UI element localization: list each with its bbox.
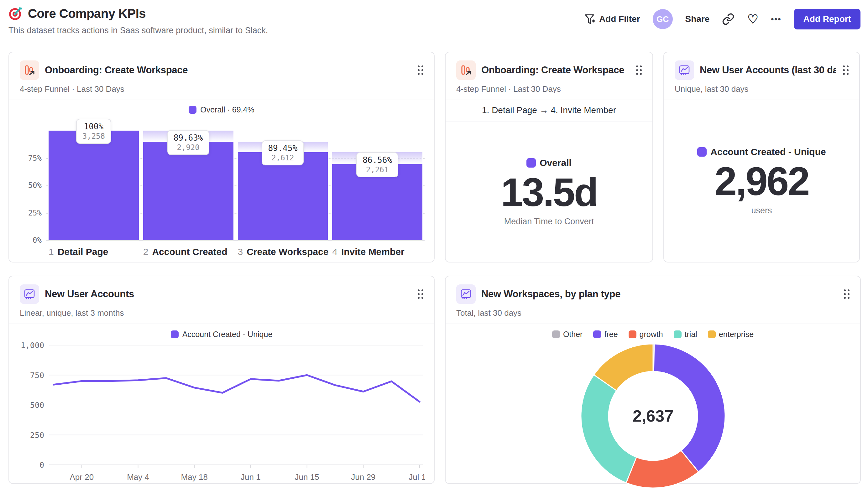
share-button[interactable]: Share xyxy=(685,14,710,24)
legend-swatch xyxy=(552,330,560,338)
y-axis-label: 75% xyxy=(20,154,42,163)
add-filter-label: Add Filter xyxy=(599,14,640,24)
metric-legend[interactable]: Overall xyxy=(526,158,571,168)
step-number: 1 xyxy=(49,247,54,257)
card-median-time: Onboarding: Create Workspace 4-step Funn… xyxy=(445,52,653,262)
funnel-bar-3[interactable] xyxy=(238,152,328,240)
funnel-value-badge-1: 100%3,258 xyxy=(76,119,111,144)
step-name: Invite Member xyxy=(341,247,405,257)
legend-label: Overall · 69.4% xyxy=(200,105,254,114)
filter-plus-icon xyxy=(584,13,595,25)
metric-value: 13.5d xyxy=(501,171,597,213)
step-name: Detail Page xyxy=(58,247,108,257)
legend-item-enterprise[interactable]: enterprise xyxy=(708,330,754,339)
copy-link-button[interactable] xyxy=(722,13,735,25)
metric-block: Account Created - Unique 2,962 users xyxy=(664,100,859,262)
legend-item-Other[interactable]: Other xyxy=(552,330,583,339)
funnel-step-labels: 1Detail Page2Account Created3Create Work… xyxy=(46,247,425,257)
funnel-bar-2[interactable] xyxy=(143,142,234,240)
legend-label: free xyxy=(604,330,618,339)
topbar: Core Company KPIs This dataset tracks ac… xyxy=(0,0,868,52)
x-axis-label: Jul 13 xyxy=(409,472,425,482)
heart-icon: ♡ xyxy=(747,13,758,25)
x-axis-label: Apr 20 xyxy=(70,472,94,482)
dashboard-target-icon xyxy=(8,6,23,21)
donut-slice-trial[interactable] xyxy=(581,375,637,483)
y-axis-label: 1,000 xyxy=(21,341,44,350)
metric-caption: users xyxy=(751,206,772,216)
legend-swatch xyxy=(629,330,637,338)
funnel-chart[interactable]: 0%25%50%75%100%3,25889.63%2,92089.45%2,6… xyxy=(20,116,425,241)
legend-label: Other xyxy=(563,330,583,339)
y-axis-label: 0% xyxy=(20,236,42,245)
donut-legend: Otherfreegrowthtrialenterprise xyxy=(445,330,860,339)
favorite-button[interactable]: ♡ xyxy=(747,13,758,25)
y-axis-label: 50% xyxy=(20,181,42,190)
step-name: Account Created xyxy=(152,247,227,257)
drag-handle-icon[interactable] xyxy=(416,288,425,300)
funnel-value-badge-4: 86.56%2,261 xyxy=(356,152,398,177)
legend-swatch xyxy=(171,330,179,338)
line-chart[interactable]: 02505007501,000Apr 20May 4May 18Jun 1Jun… xyxy=(18,340,425,485)
step-conversion-pct: 89.45% xyxy=(268,143,298,153)
gridline-0 xyxy=(46,240,425,241)
x-axis-label: May 4 xyxy=(127,472,149,482)
x-axis-label: Jun 15 xyxy=(295,472,319,482)
card-workspaces-donut: New Workspaces, by plan type Total, last… xyxy=(445,275,861,484)
page-title: Core Company KPIs xyxy=(28,7,146,21)
funnel-step-label-2: 2Account Created xyxy=(141,247,236,257)
step-conversion-pct: 89.63% xyxy=(174,133,203,142)
legend-label: growth xyxy=(640,330,663,339)
funnel-step-label-4: 4Invite Member xyxy=(330,247,425,257)
legend-item-growth[interactable]: growth xyxy=(629,330,663,339)
card-title: New User Accounts (last 30 days) xyxy=(700,65,836,76)
legend-swatch xyxy=(593,330,601,338)
donut-chart[interactable]: 2,637 xyxy=(579,342,727,488)
card-title: New User Accounts xyxy=(45,289,134,300)
insights-chart-icon xyxy=(675,60,694,80)
drag-handle-icon[interactable] xyxy=(843,288,851,300)
card-subtitle: 4-step Funnel · Last 30 Days xyxy=(20,84,425,94)
funnel-chart-icon xyxy=(20,60,39,80)
funnel-bar-1[interactable] xyxy=(49,131,139,240)
step-number: 3 xyxy=(238,247,243,257)
legend-swatch xyxy=(189,106,196,114)
add-filter-button[interactable]: Add Filter xyxy=(584,13,640,25)
line-series[interactable] xyxy=(54,375,420,402)
y-axis-label: 750 xyxy=(30,371,44,380)
avatar[interactable]: GC xyxy=(653,9,673,29)
card-new-users-line: New User Accounts Linear, unique, last 3… xyxy=(8,275,435,484)
divider xyxy=(9,100,434,100)
funnel-range-label: 1. Detail Page → 4. Invite Member xyxy=(445,100,652,122)
y-axis-label: 0 xyxy=(39,460,44,469)
step-name: Create Workspace xyxy=(247,247,329,257)
drag-handle-icon[interactable] xyxy=(635,64,643,76)
insights-chart-icon xyxy=(20,284,39,304)
drag-handle-icon[interactable] xyxy=(842,64,850,76)
legend-swatch xyxy=(674,330,682,338)
card-title: New Workspaces, by plan type xyxy=(481,289,620,300)
funnel-value-badge-3: 89.45%2,612 xyxy=(262,140,304,165)
insights-chart-icon xyxy=(456,284,476,304)
drag-handle-icon[interactable] xyxy=(416,64,425,76)
legend-item-trial[interactable]: trial xyxy=(674,330,697,339)
metric-block: Overall 13.5d Median Time to Convert xyxy=(445,122,652,262)
step-conversion-pct: 100% xyxy=(83,122,105,131)
card-new-users-30d: New User Accounts (last 30 days) Unique,… xyxy=(663,52,860,262)
metric-legend[interactable]: Account Created - Unique xyxy=(697,147,826,157)
metric-caption: Median Time to Convert xyxy=(504,217,594,226)
legend-swatch xyxy=(708,330,716,338)
x-axis-label: Jun 1 xyxy=(241,472,261,482)
step-number: 2 xyxy=(143,247,149,257)
legend-item-free[interactable]: free xyxy=(593,330,618,339)
funnel-legend[interactable]: Overall · 69.4% xyxy=(9,105,434,114)
funnel-chart-icon xyxy=(456,60,476,80)
funnel-value-badge-2: 89.63%2,920 xyxy=(167,130,209,155)
page-subtitle: This dataset tracks actions in Saas soft… xyxy=(8,26,268,35)
add-report-button[interactable]: Add Report xyxy=(794,9,861,29)
donut-total: 2,637 xyxy=(632,407,673,425)
line-legend[interactable]: Account Created - Unique xyxy=(9,330,434,339)
funnel-step-label-1: 1Detail Page xyxy=(46,247,141,257)
more-menu-button[interactable]: ••• xyxy=(771,14,781,24)
legend-swatch xyxy=(697,147,707,157)
